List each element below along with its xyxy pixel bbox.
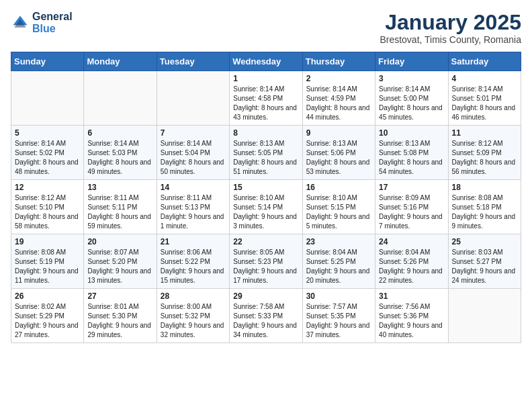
day-info: Sunrise: 8:14 AM Sunset: 5:03 PM Dayligh… bbox=[87, 139, 152, 177]
day-number: 10 bbox=[379, 128, 444, 138]
day-number: 6 bbox=[87, 128, 152, 138]
calendar-cell: 7Sunrise: 8:14 AM Sunset: 5:04 PM Daylig… bbox=[157, 126, 229, 180]
logo: General Blue bbox=[11, 11, 73, 34]
day-info: Sunrise: 8:03 AM Sunset: 5:27 PM Dayligh… bbox=[452, 248, 517, 285]
calendar-week-2: 5Sunrise: 8:14 AM Sunset: 5:02 PM Daylig… bbox=[11, 126, 521, 180]
calendar-cell bbox=[157, 71, 229, 126]
day-number: 23 bbox=[306, 237, 371, 246]
day-number: 28 bbox=[161, 291, 226, 301]
day-info: Sunrise: 8:02 AM Sunset: 5:29 PM Dayligh… bbox=[15, 302, 80, 340]
calendar-cell: 20Sunrise: 8:07 AM Sunset: 5:20 PM Dayli… bbox=[84, 234, 157, 289]
calendar-cell: 2Sunrise: 8:14 AM Sunset: 4:59 PM Daylig… bbox=[302, 71, 375, 126]
day-info: Sunrise: 7:56 AM Sunset: 5:36 PM Dayligh… bbox=[379, 302, 444, 340]
calendar-cell: 31Sunrise: 7:56 AM Sunset: 5:36 PM Dayli… bbox=[375, 289, 448, 343]
calendar-week-1: 1Sunrise: 8:14 AM Sunset: 4:58 PM Daylig… bbox=[11, 71, 521, 126]
day-number: 3 bbox=[379, 74, 444, 83]
day-number: 24 bbox=[379, 237, 444, 246]
day-info: Sunrise: 8:14 AM Sunset: 5:01 PM Dayligh… bbox=[452, 85, 517, 122]
day-number: 27 bbox=[87, 291, 152, 301]
day-info: Sunrise: 8:08 AM Sunset: 5:18 PM Dayligh… bbox=[452, 193, 517, 231]
calendar-cell: 10Sunrise: 8:13 AM Sunset: 5:08 PM Dayli… bbox=[375, 126, 448, 180]
day-info: Sunrise: 8:13 AM Sunset: 5:05 PM Dayligh… bbox=[233, 139, 298, 177]
day-number: 26 bbox=[15, 291, 80, 301]
day-number: 19 bbox=[15, 237, 80, 246]
calendar-cell: 11Sunrise: 8:12 AM Sunset: 5:09 PM Dayli… bbox=[448, 126, 521, 180]
calendar-cell: 17Sunrise: 8:09 AM Sunset: 5:16 PM Dayli… bbox=[375, 180, 448, 234]
location-subtitle: Brestovat, Timis County, Romania bbox=[380, 34, 521, 45]
day-number: 13 bbox=[87, 183, 152, 192]
day-info: Sunrise: 8:13 AM Sunset: 5:08 PM Dayligh… bbox=[379, 139, 444, 177]
day-number: 5 bbox=[15, 128, 80, 138]
logo-text-general: General bbox=[32, 11, 73, 23]
calendar-cell: 22Sunrise: 8:05 AM Sunset: 5:23 PM Dayli… bbox=[230, 234, 302, 289]
calendar-cell: 21Sunrise: 8:06 AM Sunset: 5:22 PM Dayli… bbox=[157, 234, 229, 289]
calendar-cell: 13Sunrise: 8:11 AM Sunset: 5:11 PM Dayli… bbox=[84, 180, 157, 234]
calendar-cell: 9Sunrise: 8:13 AM Sunset: 5:06 PM Daylig… bbox=[302, 126, 375, 180]
day-number: 22 bbox=[233, 237, 298, 246]
day-info: Sunrise: 8:14 AM Sunset: 5:00 PM Dayligh… bbox=[379, 85, 444, 122]
calendar-cell: 5Sunrise: 8:14 AM Sunset: 5:02 PM Daylig… bbox=[11, 126, 84, 180]
calendar-header-row: SundayMondayTuesdayWednesdayThursdayFrid… bbox=[11, 52, 521, 71]
day-number: 14 bbox=[161, 183, 226, 192]
calendar-cell: 27Sunrise: 8:01 AM Sunset: 5:30 PM Dayli… bbox=[84, 289, 157, 343]
day-number: 2 bbox=[306, 74, 371, 83]
day-number: 11 bbox=[452, 128, 517, 138]
calendar-cell: 26Sunrise: 8:02 AM Sunset: 5:29 PM Dayli… bbox=[11, 289, 84, 343]
day-info: Sunrise: 7:58 AM Sunset: 5:33 PM Dayligh… bbox=[233, 302, 298, 340]
calendar-cell bbox=[84, 71, 157, 126]
day-number: 17 bbox=[379, 183, 444, 192]
weekday-header-saturday: Saturday bbox=[448, 52, 521, 71]
day-info: Sunrise: 8:01 AM Sunset: 5:30 PM Dayligh… bbox=[87, 302, 152, 340]
day-info: Sunrise: 8:11 AM Sunset: 5:11 PM Dayligh… bbox=[87, 193, 152, 231]
calendar-cell: 23Sunrise: 8:04 AM Sunset: 5:25 PM Dayli… bbox=[302, 234, 375, 289]
calendar-cell: 16Sunrise: 8:10 AM Sunset: 5:15 PM Dayli… bbox=[302, 180, 375, 234]
day-number: 12 bbox=[15, 183, 80, 192]
logo-icon bbox=[11, 13, 30, 32]
logo-text-blue: Blue bbox=[32, 23, 73, 35]
calendar-cell: 6Sunrise: 8:14 AM Sunset: 5:03 PM Daylig… bbox=[84, 126, 157, 180]
title-block: January 2025 Brestovat, Timis County, Ro… bbox=[380, 11, 521, 45]
weekday-header-tuesday: Tuesday bbox=[157, 52, 229, 71]
day-info: Sunrise: 8:05 AM Sunset: 5:23 PM Dayligh… bbox=[233, 248, 298, 285]
day-info: Sunrise: 8:08 AM Sunset: 5:19 PM Dayligh… bbox=[15, 248, 80, 285]
weekday-header-monday: Monday bbox=[84, 52, 157, 71]
day-number: 1 bbox=[233, 74, 298, 83]
page-header: General Blue January 2025 Brestovat, Tim… bbox=[11, 11, 521, 45]
calendar-cell bbox=[448, 289, 521, 343]
day-number: 7 bbox=[161, 128, 226, 138]
day-info: Sunrise: 8:14 AM Sunset: 4:59 PM Dayligh… bbox=[306, 85, 371, 122]
calendar-week-5: 26Sunrise: 8:02 AM Sunset: 5:29 PM Dayli… bbox=[11, 289, 521, 343]
day-number: 18 bbox=[452, 183, 517, 192]
calendar-cell: 15Sunrise: 8:10 AM Sunset: 5:14 PM Dayli… bbox=[230, 180, 302, 234]
day-info: Sunrise: 8:12 AM Sunset: 5:09 PM Dayligh… bbox=[452, 139, 517, 177]
day-info: Sunrise: 8:14 AM Sunset: 5:02 PM Dayligh… bbox=[15, 139, 80, 177]
day-number: 16 bbox=[306, 183, 371, 192]
calendar-cell: 12Sunrise: 8:12 AM Sunset: 5:10 PM Dayli… bbox=[11, 180, 84, 234]
weekday-header-sunday: Sunday bbox=[11, 52, 84, 71]
day-info: Sunrise: 8:04 AM Sunset: 5:25 PM Dayligh… bbox=[306, 248, 371, 285]
weekday-header-wednesday: Wednesday bbox=[230, 52, 302, 71]
calendar-cell: 24Sunrise: 8:04 AM Sunset: 5:26 PM Dayli… bbox=[375, 234, 448, 289]
day-info: Sunrise: 8:10 AM Sunset: 5:14 PM Dayligh… bbox=[233, 193, 298, 231]
day-info: Sunrise: 8:06 AM Sunset: 5:22 PM Dayligh… bbox=[161, 248, 226, 285]
day-number: 25 bbox=[452, 237, 517, 246]
day-info: Sunrise: 8:14 AM Sunset: 4:58 PM Dayligh… bbox=[233, 85, 298, 122]
day-number: 20 bbox=[87, 237, 152, 246]
day-number: 21 bbox=[161, 237, 226, 246]
calendar-cell: 8Sunrise: 8:13 AM Sunset: 5:05 PM Daylig… bbox=[230, 126, 302, 180]
day-info: Sunrise: 8:11 AM Sunset: 5:13 PM Dayligh… bbox=[161, 193, 226, 231]
day-number: 9 bbox=[306, 128, 371, 138]
month-year-title: January 2025 bbox=[380, 11, 521, 34]
calendar-cell: 19Sunrise: 8:08 AM Sunset: 5:19 PM Dayli… bbox=[11, 234, 84, 289]
day-number: 4 bbox=[452, 74, 517, 83]
calendar-week-4: 19Sunrise: 8:08 AM Sunset: 5:19 PM Dayli… bbox=[11, 234, 521, 289]
day-number: 31 bbox=[379, 291, 444, 301]
calendar-cell: 14Sunrise: 8:11 AM Sunset: 5:13 PM Dayli… bbox=[157, 180, 229, 234]
calendar-cell bbox=[11, 71, 84, 126]
calendar-cell: 1Sunrise: 8:14 AM Sunset: 4:58 PM Daylig… bbox=[230, 71, 302, 126]
calendar-cell: 4Sunrise: 8:14 AM Sunset: 5:01 PM Daylig… bbox=[448, 71, 521, 126]
day-info: Sunrise: 8:04 AM Sunset: 5:26 PM Dayligh… bbox=[379, 248, 444, 285]
day-number: 8 bbox=[233, 128, 298, 138]
calendar-table: SundayMondayTuesdayWednesdayThursdayFrid… bbox=[11, 52, 521, 343]
calendar-cell: 28Sunrise: 8:00 AM Sunset: 5:32 PM Dayli… bbox=[157, 289, 229, 343]
